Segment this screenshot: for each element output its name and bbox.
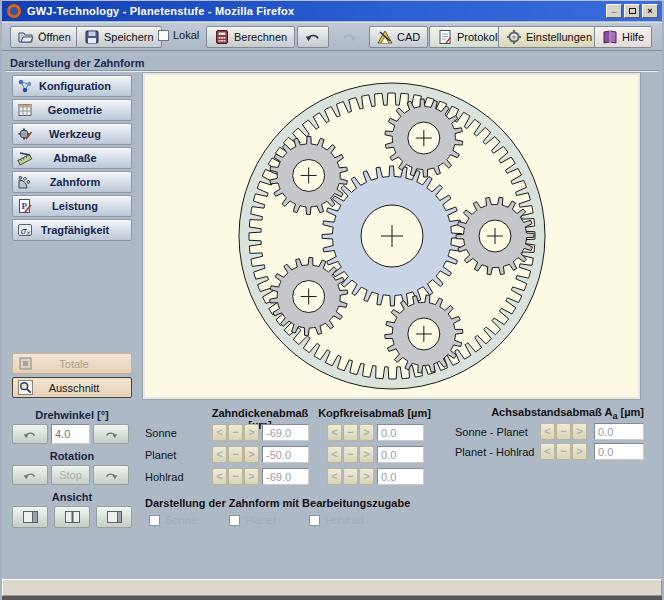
achsabstand-header-text: Achsabstandsabmaß A <box>491 406 612 418</box>
sidebar-label: Zahnform <box>33 176 131 188</box>
sidebar-item-zahnform[interactable]: Zahnform <box>12 171 132 193</box>
sidebar-item-leistung[interactable]: P Leistung <box>12 195 132 217</box>
calculator-icon <box>214 29 230 45</box>
spin-prev-icon[interactable]: < <box>327 468 342 485</box>
rotate-ccw-step-button[interactable] <box>12 424 48 444</box>
rotate-ccw-icon <box>23 470 37 481</box>
row-label-sonne-planet: Sonne - Planet <box>455 426 528 438</box>
spin-next-icon[interactable]: > <box>244 446 259 463</box>
checkbox-planet[interactable]: Planet <box>229 514 276 526</box>
sonne-kopfkreis-spinner[interactable]: <−> <box>327 424 374 441</box>
spin-prev-icon[interactable]: < <box>540 443 555 460</box>
stop-button[interactable]: Stop <box>51 465 90 485</box>
rotate-cw-run-button[interactable] <box>93 465 129 485</box>
page-title: Darstellung der Zahnform <box>10 57 144 69</box>
spin-prev-icon[interactable]: < <box>212 468 227 485</box>
maximize-button[interactable] <box>624 4 640 18</box>
rotate-ccw-run-button[interactable] <box>12 465 48 485</box>
leistung-icon: P <box>17 198 33 214</box>
local-checkbox-group[interactable]: Lokal <box>158 29 199 41</box>
checkbox-icon[interactable] <box>149 515 160 526</box>
app-window: GWJ-Technology - Planetenstufe - Mozilla… <box>0 0 664 600</box>
checkbox-icon[interactable] <box>229 515 240 526</box>
hohlrad-zahndicken-input[interactable] <box>262 468 309 485</box>
toolbar: Öffnen Speichern Lokal Berechnen <box>2 22 662 51</box>
close-button[interactable]: × <box>642 4 658 18</box>
settings-button[interactable]: Einstellungen <box>498 26 600 48</box>
ausschnitt-button[interactable]: Ausschnitt <box>12 377 132 398</box>
rotate-cw-icon <box>104 470 118 481</box>
undo-button[interactable] <box>297 26 329 48</box>
spin-next-icon[interactable]: > <box>244 468 259 485</box>
sidebar-item-tragfaehigkeit[interactable]: σ x Tragfähigkeit <box>12 219 132 241</box>
spin-next-icon[interactable]: > <box>359 446 374 463</box>
checkbox-icon[interactable] <box>309 515 320 526</box>
planet-center-cross-1 <box>487 228 503 244</box>
spin-prev-icon[interactable]: < <box>212 424 227 441</box>
checkbox-sonne[interactable]: Sonne <box>149 514 197 526</box>
spin-next-icon[interactable]: > <box>572 443 587 460</box>
spin-reset-icon[interactable]: − <box>343 468 358 485</box>
spin-prev-icon[interactable]: < <box>327 424 342 441</box>
minimize-button[interactable]: _ <box>606 4 622 18</box>
spin-next-icon[interactable]: > <box>244 424 259 441</box>
gear-diagram-canvas[interactable] <box>143 73 640 399</box>
spin-reset-icon[interactable]: − <box>556 423 571 440</box>
help-button[interactable]: Hilfe <box>594 26 652 48</box>
geometrie-icon <box>17 102 33 118</box>
planet-kopfkreis-spinner[interactable]: <−> <box>327 446 374 463</box>
spin-reset-icon[interactable]: − <box>343 424 358 441</box>
cad-button[interactable]: CAD <box>369 26 428 48</box>
main-content: Darstellung der Zahnform Konfiguration G… <box>2 52 662 579</box>
planet-kopfkreis-input[interactable] <box>377 446 424 463</box>
spin-next-icon[interactable]: > <box>359 424 374 441</box>
spin-reset-icon[interactable]: − <box>228 446 243 463</box>
view-split-button[interactable] <box>54 506 90 528</box>
achsabstand-header-unit: [µm] <box>617 406 644 418</box>
redo-button[interactable] <box>333 26 365 48</box>
spin-prev-icon[interactable]: < <box>212 446 227 463</box>
spin-prev-icon[interactable]: < <box>327 446 342 463</box>
local-checkbox[interactable] <box>158 30 169 41</box>
spin-next-icon[interactable]: > <box>359 468 374 485</box>
spin-reset-icon[interactable]: − <box>343 446 358 463</box>
sidebar-item-abmasse[interactable]: Abmaße <box>12 147 132 169</box>
spin-reset-icon[interactable]: − <box>228 468 243 485</box>
rotation-label: Rotation <box>12 450 132 462</box>
calculate-button[interactable]: Berechnen <box>206 26 295 48</box>
undo-icon <box>305 31 321 43</box>
planet-center-cross-4 <box>301 167 317 183</box>
sonne-zahndicken-input[interactable] <box>262 424 309 441</box>
view-left-button[interactable] <box>12 506 48 528</box>
planet-zahndicken-input[interactable] <box>262 446 309 463</box>
sidebar-label: Geometrie <box>33 104 131 116</box>
checkbox-hohlrad[interactable]: Hohlrad <box>309 514 364 526</box>
spin-reset-icon[interactable]: − <box>556 443 571 460</box>
save-button[interactable]: Speichern <box>76 26 162 48</box>
sidebar-item-werkzeug[interactable]: Werkzeug <box>12 123 132 145</box>
sonne-zahndicken-spinner[interactable]: <−> <box>212 424 259 441</box>
planet-hohlrad-spinner[interactable]: <−> <box>540 443 587 460</box>
spin-reset-icon[interactable]: − <box>228 424 243 441</box>
totale-button[interactable]: Totale <box>12 353 132 374</box>
sonne-kopfkreis-input[interactable] <box>377 424 424 441</box>
protocol-button[interactable]: Protokoll <box>429 26 508 48</box>
row-label-sonne: Sonne <box>145 427 177 439</box>
protocol-document-icon <box>437 29 453 45</box>
sidebar-item-konfiguration[interactable]: Konfiguration <box>12 75 132 97</box>
hohlrad-kopfkreis-spinner[interactable]: <−> <box>327 468 374 485</box>
hohlrad-kopfkreis-input[interactable] <box>377 468 424 485</box>
spin-prev-icon[interactable]: < <box>540 423 555 440</box>
hohlrad-zahndicken-spinner[interactable]: <−> <box>212 468 259 485</box>
sonne-planet-input[interactable] <box>594 423 644 440</box>
planet-zahndicken-spinner[interactable]: <−> <box>212 446 259 463</box>
drehwinkel-input[interactable] <box>51 424 90 444</box>
sonne-planet-spinner[interactable]: <−> <box>540 423 587 440</box>
view-right-button[interactable] <box>96 506 132 528</box>
planet-hohlrad-input[interactable] <box>594 443 644 460</box>
spin-next-icon[interactable]: > <box>572 423 587 440</box>
sidebar-item-geometrie[interactable]: Geometrie <box>12 99 132 121</box>
view-left-icon <box>23 511 38 523</box>
open-button[interactable]: Öffnen <box>10 26 79 48</box>
rotate-cw-step-button[interactable] <box>93 424 129 444</box>
